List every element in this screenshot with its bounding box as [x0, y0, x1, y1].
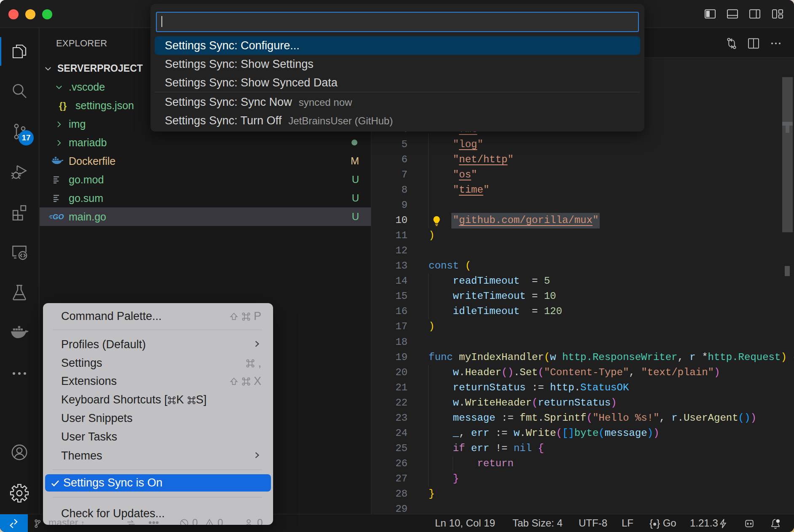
svg-text:GO: GO [53, 213, 64, 221]
